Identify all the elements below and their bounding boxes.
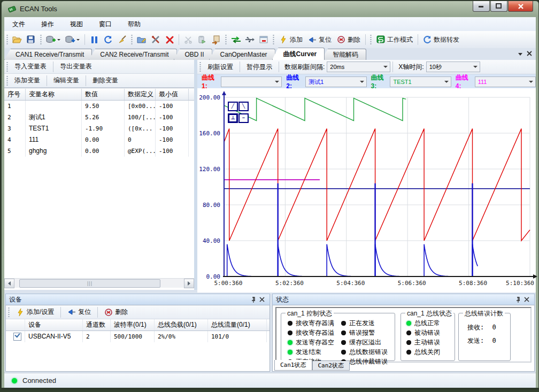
add-button[interactable]: 添加: [276, 34, 305, 46]
menu-视图[interactable]: 视图: [62, 18, 91, 31]
main-toolbar: 添加复位删除工作模式数据转发: [4, 31, 536, 49]
title-bar[interactable]: ECAN Tools: [2, 1, 538, 17]
export-variable-table-button[interactable]: 导出变量表: [56, 60, 96, 73]
tab-canopenmaster[interactable]: CanOpenMaster: [209, 49, 275, 60]
tab-can2-receive/transmit[interactable]: CAN2 Receive/Transmit: [89, 49, 176, 60]
transfer-button[interactable]: [229, 34, 243, 45]
tab-智能解码[interactable]: 智能解码: [321, 49, 366, 60]
x-axis-time-select[interactable]: 10秒: [426, 62, 480, 72]
menu-窗口[interactable]: 窗口: [91, 18, 120, 31]
menu-文件[interactable]: 文件: [4, 18, 33, 31]
status-led-item: 总线数据错误: [341, 348, 388, 356]
table-row[interactable]: 3TEST1-1.90([0x...-100: [4, 123, 194, 134]
cell: -100: [156, 145, 189, 157]
horizontal-scrollbar[interactable]: |||: [4, 278, 194, 288]
column-header[interactable]: 最小值: [156, 89, 189, 100]
scroll-right-button[interactable]: [184, 279, 194, 288]
cut-button[interactable]: [181, 34, 195, 45]
device-enabled-checkbox[interactable]: [13, 333, 21, 341]
menu-帮助[interactable]: 帮助: [120, 18, 149, 31]
import-variable-table-button[interactable]: 导入变量表: [10, 60, 51, 73]
column-header[interactable]: 变量名称: [26, 89, 82, 100]
curve-selectors: 曲线1:曲线2:测试1曲线3:TEST1曲线4:111: [197, 74, 536, 89]
delete-button[interactable]: 删除: [334, 34, 363, 46]
menu-操作[interactable]: 操作: [33, 18, 62, 31]
close-button[interactable]: [508, 1, 533, 12]
chart-zoom-in-x-icon[interactable]: ╱: [228, 102, 238, 111]
import-file-button[interactable]: [209, 34, 223, 45]
column-header[interactable]: 波特率(0/1): [111, 319, 155, 330]
tab-dropdown-icon[interactable]: [518, 50, 523, 58]
device-row[interactable]: USBCAN-II-V52500/10002%/0%101/0: [6, 331, 270, 342]
chart-zoom-out-x-icon[interactable]: ╲: [238, 102, 249, 111]
chart-reset-icon[interactable]: ⊥: [228, 113, 238, 123]
device-delete-button[interactable]: 删除: [100, 306, 132, 318]
work-mode-button[interactable]: 工作模式: [374, 34, 415, 46]
column-header[interactable]: 数值: [82, 89, 125, 100]
refresh-button[interactable]: [101, 34, 115, 45]
column-header[interactable]: 通道数: [83, 319, 111, 330]
close-panel-icon[interactable]: [522, 295, 531, 304]
save-file-button[interactable]: [24, 34, 38, 45]
column-header[interactable]: 数据定义: [125, 89, 156, 100]
tab-曲线curver[interactable]: 曲线Curver: [272, 48, 325, 60]
refresh-icon: [104, 35, 112, 44]
pin-icon[interactable]: [249, 295, 258, 304]
hide-window-button[interactable]: [257, 34, 271, 45]
button-label: 添加: [290, 35, 303, 44]
scroll-left-button[interactable]: [4, 279, 14, 288]
edit-frames-button[interactable]: [135, 34, 149, 45]
curve4-select[interactable]: 111: [475, 76, 536, 87]
device-reset-button[interactable]: 复位: [63, 306, 95, 318]
column-header[interactable]: 总线流量(0/1): [208, 319, 267, 330]
tab-close-icon[interactable]: [527, 50, 532, 58]
open-file-button[interactable]: [10, 34, 24, 45]
tools-button[interactable]: [149, 34, 163, 45]
refresh-settings-button[interactable]: 刷新设置: [203, 61, 237, 73]
connect-device-button[interactable]: [44, 34, 63, 45]
pause-display-button[interactable]: 暂停显示: [242, 61, 276, 73]
data-forward-button[interactable]: 数据转发: [420, 34, 462, 46]
cell: -100: [156, 123, 189, 134]
pause-button[interactable]: [87, 34, 101, 45]
device-info-button[interactable]: [63, 34, 82, 45]
chart-zoom-controls: ╱ ╲ ⊥ −: [228, 102, 249, 123]
dropdown-arrow-icon[interactable]: [57, 39, 60, 42]
close-panel-icon[interactable]: [258, 295, 266, 304]
device-panel-titlebar[interactable]: 设备: [5, 294, 270, 305]
cell: 100/[...: [125, 112, 156, 123]
column-header[interactable]: 序号: [4, 89, 26, 100]
delete-variable-button[interactable]: 删除变量: [88, 74, 122, 87]
usb-button[interactable]: [243, 34, 257, 45]
table-row[interactable]: 19.50[0x00...-100: [4, 101, 194, 112]
status-panel-titlebar[interactable]: 状态: [272, 294, 535, 305]
tab-obd-ii[interactable]: OBD II: [174, 49, 212, 60]
table-row[interactable]: 5ghghg0.00@EXP(...-100: [4, 145, 194, 157]
column-header[interactable]: [6, 319, 25, 330]
toolbar-separator: [84, 34, 85, 45]
paste-send-button[interactable]: [195, 34, 209, 45]
column-header[interactable]: 设备: [25, 319, 83, 330]
maximize-button[interactable]: [490, 1, 507, 12]
device-add-setup-button[interactable]: 添加/设置: [12, 306, 58, 318]
tab-Can2状态[interactable]: Can2状态: [312, 361, 350, 371]
column-header[interactable]: 总线负载(0/1): [155, 319, 208, 330]
curve1-select[interactable]: [221, 76, 282, 87]
table-row[interactable]: 2测试15.26100/[...-100: [4, 112, 194, 123]
curve2-select[interactable]: 测试1: [305, 76, 366, 87]
add-variable-button[interactable]: 添加变量: [10, 74, 44, 87]
curve3-select[interactable]: TEST1: [390, 76, 451, 87]
tab-can1-receive/transmit[interactable]: CAN1 Receive/Transmit: [4, 49, 92, 60]
clear-button[interactable]: [115, 34, 129, 45]
edit-variable-button[interactable]: 编辑变量: [49, 74, 83, 87]
pin-icon[interactable]: [514, 295, 522, 304]
chart-zoom-out-y-icon[interactable]: −: [238, 113, 249, 123]
delete-frames-button[interactable]: [163, 34, 176, 45]
reset-button[interactable]: 复位: [305, 34, 334, 46]
dropdown-arrow-icon[interactable]: [76, 39, 80, 42]
minimize-button[interactable]: [473, 1, 490, 12]
tab-Can1状态[interactable]: Can1状态: [274, 360, 312, 371]
table-row[interactable]: 41110.000-100: [4, 134, 194, 145]
refresh-interval-select[interactable]: 20ms: [327, 62, 390, 72]
scrollbar-thumb[interactable]: |||: [19, 279, 160, 288]
